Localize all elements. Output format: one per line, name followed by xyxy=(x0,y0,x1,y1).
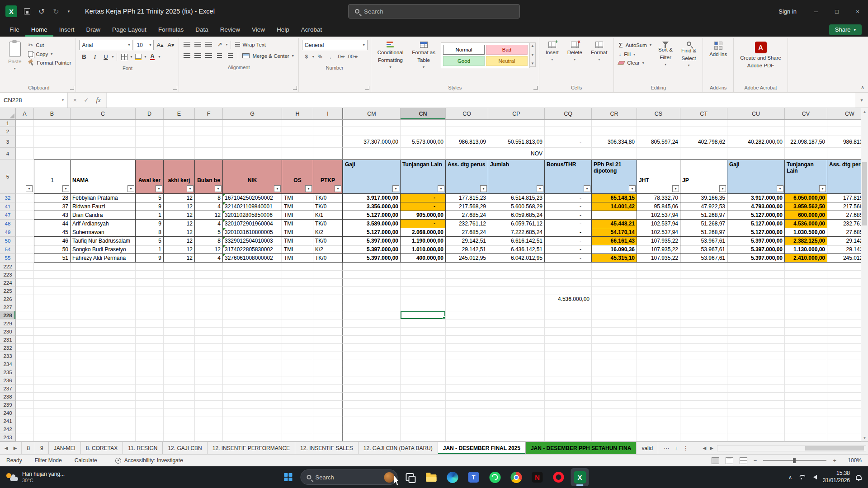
scroll-down-icon[interactable]: ▼ xyxy=(861,434,868,441)
new-sheet-button[interactable]: + xyxy=(675,445,678,451)
column-header-CQ[interactable]: CQ xyxy=(545,108,592,119)
cell-B229[interactable] xyxy=(34,319,71,328)
cell-A225[interactable] xyxy=(16,287,34,295)
sheet-tab-12-gaji-cbn[interactable]: 12. GAJI CBN xyxy=(163,442,207,454)
cell-F242[interactable] xyxy=(195,425,223,433)
font-color-button[interactable]: A xyxy=(148,52,157,61)
cell-C54[interactable]: Songko Budi Prasetyo xyxy=(71,245,136,254)
cell-CN5[interactable]: Tunjangan Lain▾ xyxy=(401,160,446,194)
cell-E229[interactable] xyxy=(164,319,195,328)
cell-CU1[interactable] xyxy=(727,120,785,127)
cell-F1[interactable] xyxy=(195,120,223,127)
cell-CV239[interactable] xyxy=(785,401,827,409)
cell-G241[interactable] xyxy=(223,417,282,425)
cell-C235[interactable] xyxy=(71,368,136,376)
cell-CS3[interactable]: 805.597,24 xyxy=(637,136,680,148)
row-header-238[interactable]: 238 xyxy=(0,393,16,401)
cell-H4[interactable] xyxy=(282,148,313,160)
fill-button[interactable]: ↓Fill▾ xyxy=(617,51,653,58)
cell-CT243[interactable] xyxy=(680,433,727,441)
column-header-CN[interactable]: CN xyxy=(401,108,446,119)
cell-CR32[interactable]: 65.148,15 xyxy=(592,194,637,202)
cell-F223[interactable] xyxy=(195,271,223,279)
cell-G225[interactable] xyxy=(223,287,282,295)
cell-H230[interactable] xyxy=(282,328,313,336)
cell-CR237[interactable] xyxy=(592,385,637,393)
cell-CT229[interactable] xyxy=(680,319,727,328)
cell-I240[interactable] xyxy=(313,409,343,417)
zoom-out-button[interactable]: − xyxy=(754,457,757,464)
cell-I239[interactable] xyxy=(313,401,343,409)
cell-E238[interactable] xyxy=(164,393,195,401)
cell-CQ223[interactable] xyxy=(545,271,592,279)
excel-taskbar-button[interactable]: X xyxy=(571,468,589,486)
cell-CO229[interactable] xyxy=(446,319,488,328)
cell-I228[interactable] xyxy=(313,311,343,319)
format-cells-button[interactable]: Format ▾ xyxy=(588,40,610,63)
cell-CT237[interactable] xyxy=(680,385,727,393)
cell-G1[interactable] xyxy=(223,120,282,127)
align-bottom-button[interactable] xyxy=(204,40,213,49)
cell-CN49[interactable]: 2.068.000,00 xyxy=(401,228,446,237)
cell-A54[interactable] xyxy=(16,245,34,254)
row-header-233[interactable]: 233 xyxy=(0,352,16,360)
cell-CQ224[interactable] xyxy=(545,279,592,287)
start-button[interactable] xyxy=(279,468,297,486)
cell-D233[interactable] xyxy=(136,352,164,360)
cell-G236[interactable] xyxy=(223,376,282,385)
cell-CV240[interactable] xyxy=(785,409,827,417)
cell-A3[interactable] xyxy=(16,136,34,148)
cell-I226[interactable] xyxy=(313,295,343,303)
cell-D49[interactable]: 8 xyxy=(136,228,164,237)
cell-H227[interactable] xyxy=(282,303,313,311)
formula-bar-collapse-icon[interactable]: ▾ xyxy=(855,93,868,108)
cell-CT227[interactable] xyxy=(680,303,727,311)
cell-CU225[interactable] xyxy=(727,287,785,295)
align-left-button[interactable] xyxy=(182,51,192,61)
sign-in-button[interactable]: Sign in xyxy=(769,8,806,15)
cell-C240[interactable] xyxy=(71,409,136,417)
cell-B1[interactable] xyxy=(34,120,71,127)
cell-CP41[interactable]: 5.600.568,29 xyxy=(488,202,545,211)
cell-CR230[interactable] xyxy=(592,328,637,336)
row-header-224[interactable]: 224 xyxy=(0,279,16,287)
cell-CR49[interactable]: 54.170,14 xyxy=(592,228,637,237)
cell-F237[interactable] xyxy=(195,385,223,393)
cell-G238[interactable] xyxy=(223,393,282,401)
cell-A32[interactable] xyxy=(16,194,34,202)
cell-H55[interactable]: TMI xyxy=(282,254,313,263)
cell-CT48[interactable]: 51.268,97 xyxy=(680,220,727,228)
cell-D48[interactable]: 9 xyxy=(136,220,164,228)
share-button[interactable]: Share▾ xyxy=(829,24,862,35)
cell-B236[interactable] xyxy=(34,376,71,385)
cell-CM225[interactable] xyxy=(343,287,401,295)
cell-CS49[interactable]: 102.537,94 xyxy=(637,228,680,237)
cell-C238[interactable] xyxy=(71,393,136,401)
cell-CU234[interactable] xyxy=(727,360,785,368)
row-header-234[interactable]: 234 xyxy=(0,360,16,368)
cell-CV238[interactable] xyxy=(785,393,827,401)
sheet-tab-8-coretax[interactable]: 8. CORETAX xyxy=(81,442,123,454)
cell-CT224[interactable] xyxy=(680,279,727,287)
cell-CQ231[interactable] xyxy=(545,336,592,344)
cell-E1[interactable] xyxy=(164,120,195,127)
cell-CU230[interactable] xyxy=(727,328,785,336)
column-header-D[interactable]: D xyxy=(136,108,164,119)
cell-CN47[interactable]: 905.000,00 xyxy=(401,211,446,220)
cell-H32[interactable]: TMI xyxy=(282,194,313,202)
cell-CN54[interactable]: 1.010.000,00 xyxy=(401,245,446,254)
cell-CQ229[interactable] xyxy=(545,319,592,328)
horizontal-scroll-thumb[interactable] xyxy=(805,446,864,450)
cell-I223[interactable] xyxy=(313,271,343,279)
cell-CT222[interactable] xyxy=(680,263,727,271)
cell-G235[interactable] xyxy=(223,368,282,376)
cell-B3[interactable] xyxy=(34,136,71,148)
zoom-slider-thumb[interactable] xyxy=(793,458,796,463)
sort-filter-button[interactable]: Sort & Filter ▾ xyxy=(655,40,676,69)
cell-C228[interactable] xyxy=(71,311,136,319)
cell-CP49[interactable]: 7.222.685,24 xyxy=(488,228,545,237)
cell-CR55[interactable]: 45.315,10 xyxy=(592,254,637,263)
cell-F236[interactable] xyxy=(195,376,223,385)
cell-CV228[interactable] xyxy=(785,311,827,319)
cell-B230[interactable] xyxy=(34,328,71,336)
